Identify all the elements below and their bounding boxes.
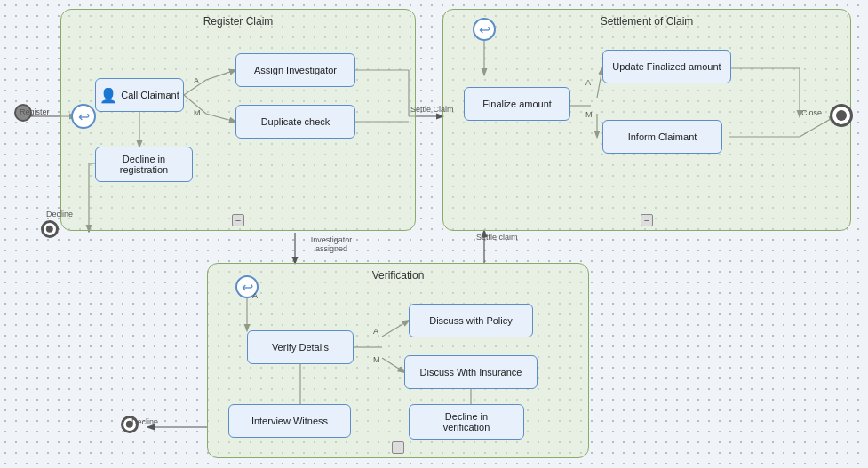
discuss-insurance-node[interactable]: Discuss With Insurance: [404, 355, 538, 389]
duplicate-check-node[interactable]: Duplicate check: [235, 105, 355, 139]
inform-claimant-node[interactable]: Inform Claimant: [602, 120, 722, 154]
decline-label-1: Decline: [46, 210, 73, 218]
decline-verification-node[interactable]: Decline in verification: [409, 404, 524, 440]
register-fork-icon: ↩: [71, 104, 96, 129]
decline-end-node-1: [41, 220, 59, 238]
discuss-policy-node[interactable]: Discuss with Policy: [409, 304, 533, 337]
register-label: Register: [20, 107, 50, 116]
m-label-3: M: [373, 355, 380, 364]
assign-investigator-node[interactable]: Assign Investigator: [235, 53, 355, 87]
m-label-1: M: [194, 108, 201, 117]
verify-details-label: Verify Details: [272, 342, 329, 353]
settlement-start-node: ↩: [473, 18, 496, 41]
duplicate-check-label: Duplicate check: [261, 116, 330, 127]
inform-claimant-label: Inform Claimant: [628, 131, 697, 142]
register-claim-collapse[interactable]: −: [232, 214, 244, 226]
decline-registration-label: Decline in registration: [120, 154, 168, 175]
decline-registration-node[interactable]: Decline in registration: [95, 147, 193, 182]
verification-title: Verification: [208, 269, 588, 282]
decline-verification-label: Decline in verification: [443, 411, 490, 432]
register-claim-title: Register Claim: [61, 15, 415, 28]
assign-investigator-label: Assign Investigator: [254, 65, 337, 75]
a-label-4: A: [373, 327, 378, 336]
call-claimant-node[interactable]: 👤 Call Claimant: [95, 78, 184, 112]
a-label-2: A: [585, 78, 591, 87]
discuss-insurance-label: Discuss With Insurance: [420, 367, 522, 377]
discuss-policy-label: Discuss with Policy: [429, 315, 513, 326]
settlement-title: Settlement of Claim: [443, 15, 850, 28]
close-label: Close: [801, 108, 822, 117]
a-label-1: A: [194, 76, 199, 85]
finalize-amount-label: Finalize amount: [482, 99, 552, 109]
investigator-assigned-label: Investigator assigned: [300, 235, 362, 253]
call-claimant-label: Call Claimant: [121, 90, 179, 100]
interview-witness-label: Interview Witness: [251, 416, 328, 426]
close-end-node: [830, 104, 853, 127]
verify-details-node[interactable]: Verify Details: [247, 330, 354, 364]
settle-claim-label-2: Settle claim: [476, 233, 518, 242]
update-finalized-node[interactable]: Update Finalized amount: [602, 50, 731, 83]
finalize-amount-node[interactable]: Finalize amount: [464, 87, 570, 121]
verification-collapse[interactable]: −: [392, 441, 404, 454]
m-label-2: M: [585, 110, 593, 119]
settlement-collapse[interactable]: −: [641, 214, 653, 226]
interview-witness-node[interactable]: Interview Witness: [228, 404, 351, 438]
decline-label-2: Decline: [131, 417, 158, 426]
update-finalized-label: Update Finalized amount: [612, 61, 721, 72]
settle-claim-label-1: Settle Claim: [410, 105, 454, 114]
a-label-3: A: [252, 291, 258, 300]
